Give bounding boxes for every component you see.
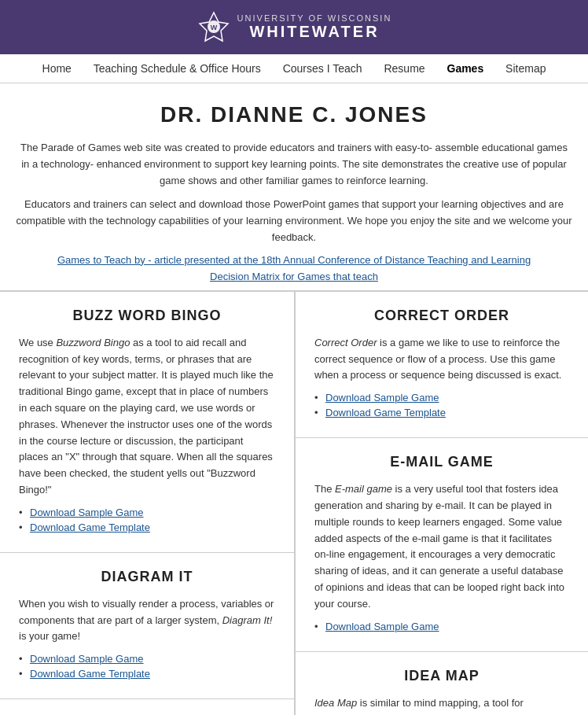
buzz-bingo-download-sample[interactable]: Download Sample Game [30,507,144,518]
buzz-word-bingo-title: BUZZ WORD BINGO [19,308,275,324]
left-column: BUZZ WORD BINGO We use Buzzword Bingo as… [0,292,294,715]
page-links: Games to Teach by - article presented at… [16,254,572,282]
nav-sitemap[interactable]: Sitemap [505,62,546,75]
link-decision-matrix[interactable]: Decision Matrix for Games that teach [210,271,378,282]
correct-order-download-sample[interactable]: Download Sample Game [325,392,439,404]
uww-logo-icon: W [197,9,231,44]
email-game-download-sample[interactable]: Download Sample Game [325,621,439,632]
nav-teaching-schedule[interactable]: Teaching Schedule & Office Hours [94,62,261,75]
page-title-section: DR. DIANNE C. JONES The Parade of Games … [0,83,588,290]
buzz-word-bingo-description: We use Buzzword Bingo as a tool to aid r… [19,335,275,499]
diagram-it-section: DIAGRAM IT When you wish to visually ren… [0,553,294,699]
email-game-title: E-MAIL GAME [314,454,569,470]
buzz-word-bingo-section: BUZZ WORD BINGO We use Buzzword Bingo as… [0,292,294,553]
correct-order-links: Download Sample Game Download Game Templ… [314,392,569,418]
nav-courses[interactable]: Courses I Teach [283,62,362,75]
correct-order-description: Correct Order is a game we like to use t… [314,335,569,384]
correct-order-section: CORRECT ORDER Correct Order is a game we… [296,292,588,438]
diagram-it-links: Download Sample Game Download Game Templ… [19,653,275,680]
buzz-word-bingo-links: Download Sample Game Download Game Templ… [19,507,275,533]
email-game-section: E-MAIL GAME The E-mail game is a very us… [296,438,588,651]
university-title: WHITEWATER [237,23,392,41]
main-nav: Home Teaching Schedule & Office Hours Co… [0,54,588,83]
idea-map-section: IDEA MAP Idea Map is similar to mind map… [296,652,588,715]
diagram-it-title: DIAGRAM IT [19,569,275,585]
diagram-it-download-template[interactable]: Download Game Template [30,668,150,680]
email-game-description: The E-mail game is a very useful tool th… [314,481,569,612]
nav-games[interactable]: Games [447,62,484,75]
correct-order-download-template[interactable]: Download Game Template [325,407,446,418]
page-title: DR. DIANNE C. JONES [16,102,572,127]
diagram-it-download-sample[interactable]: Download Sample Game [30,653,144,665]
buzz-bingo-download-template[interactable]: Download Game Template [30,522,150,533]
flash-cards-section: FLASH CARDS Some of you may remember the… [0,699,294,715]
correct-order-title: CORRECT ORDER [314,308,569,324]
university-subtitle: UNIVERSITY OF WISCONSIN [237,13,392,23]
diagram-it-description: When you wish to visually render a proce… [19,596,275,645]
site-header: W UNIVERSITY OF WISCONSIN WHITEWATER [0,0,588,54]
nav-resume[interactable]: Resume [384,62,424,75]
idea-map-description: Idea Map is similar to mind mapping, a t… [314,695,569,715]
email-game-links: Download Sample Game [314,621,569,632]
svg-text:W: W [210,24,217,31]
link-games-to-teach[interactable]: Games to Teach by - article presented at… [57,254,531,266]
games-grid: BUZZ WORD BINGO We use Buzzword Bingo as… [0,290,588,715]
right-column: CORRECT ORDER Correct Order is a game we… [294,292,588,715]
idea-map-title: IDEA MAP [314,668,569,684]
nav-home[interactable]: Home [42,62,72,75]
intro-paragraph-2: Educators and trainers can select and do… [16,197,572,245]
intro-paragraph-1: The Parade of Games web site was created… [16,140,572,189]
